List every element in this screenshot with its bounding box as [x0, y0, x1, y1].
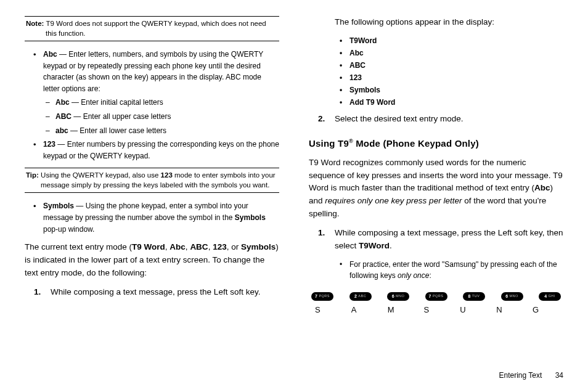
opt-abc: Abc — [348, 47, 563, 59]
phone-key-icon: 4GHI — [539, 292, 561, 301]
letter: S — [315, 304, 337, 316]
letter: G — [533, 304, 555, 316]
current-mode-paragraph: The current text entry mode (T9 Word, Ab… — [25, 241, 279, 280]
abc-sub-2: ABC — Enter all upper case letters — [54, 111, 279, 123]
opt-add: Add T9 Word — [348, 97, 563, 108]
t9-paragraph: T9 Word recognizes commonly used words f… — [309, 157, 563, 221]
key-row: 7PQRS 2ABC 6MNO 7PQRS 8TUV 6MNO 4GHI — [309, 292, 563, 301]
phone-key-icon: 8TUV — [463, 292, 485, 301]
right-steps: While composing a text message, press th… — [309, 227, 563, 281]
manual-page: Note: T9 Word does not support the QWERT… — [0, 0, 588, 392]
opt-123: 123 — [348, 72, 563, 83]
tip-box: Tip: Using the QWERTY keypad, also use 1… — [25, 168, 279, 193]
letter: U — [460, 304, 482, 316]
note-label: Note: — [26, 20, 44, 27]
opt-t9word: T9Word — [348, 35, 563, 46]
symbols-list: Symbols — Using the phone keypad, enter … — [25, 200, 279, 235]
tip-label: Tip: — [26, 171, 39, 179]
opt-sym: Symbols — [348, 84, 563, 96]
section-heading: Using T9® Mode (Phone Keypad Only) — [309, 137, 563, 150]
mode-abc: Abc — Enter letters, numbers, and symbol… — [42, 49, 279, 136]
letter: A — [351, 304, 374, 316]
opt-ABC: ABC — [348, 60, 563, 71]
left-step-1: While composing a text message, press th… — [43, 286, 279, 299]
abc-term: Abc — [43, 50, 57, 59]
phone-key-icon: 7PQRS — [425, 292, 447, 301]
mode-list: Abc — Enter letters, numbers, and symbol… — [25, 49, 279, 161]
page-number: 34 — [555, 371, 563, 380]
left-column: Note: T9 Word does not support the QWERT… — [25, 16, 279, 316]
options-list: T9Word Abc ABC 123 Symbols Add T9 Word — [309, 35, 563, 108]
note-box: Note: T9 Word does not support the QWERT… — [25, 16, 279, 41]
right-steps-cont: Select the desired text entry mode. — [309, 113, 563, 126]
phone-key-icon: 6MNO — [501, 292, 523, 301]
abc-sublist: Abc — Enter initial capital letters ABC … — [43, 97, 279, 136]
right-column: The following options appear in the disp… — [309, 16, 563, 316]
abc-desc: — Enter letters, numbers, and symbols by… — [43, 50, 263, 93]
footer-section: Entering Text — [499, 371, 542, 380]
phone-key-icon: 7PQRS — [311, 292, 333, 301]
options-intro: The following options appear in the disp… — [335, 16, 563, 29]
practice-list: For practice, enter the word "Samsung" b… — [335, 259, 563, 281]
practice-item: For practice, enter the word "Samsung" b… — [348, 259, 563, 281]
abc-sub-3: abc — Enter all lower case letters — [54, 125, 279, 137]
abc-sub-1: Abc — Enter initial capital letters — [54, 97, 279, 108]
n123-desc: — Enter numbers by pressing the correspo… — [43, 140, 279, 160]
footer: Entering Text 34 — [499, 370, 563, 381]
right-step-1: While composing a text message, press th… — [327, 227, 563, 281]
phone-key-icon: 2ABC — [349, 292, 372, 301]
mode-123: 123 — Enter numbers by pressing the corr… — [42, 139, 279, 161]
letter: N — [496, 304, 518, 316]
n123-term: 123 — [43, 140, 55, 149]
left-steps: While composing a text message, press th… — [25, 286, 279, 299]
phone-key-icon: 6MNO — [387, 292, 409, 301]
letter-row: S A M S U N G — [309, 304, 563, 316]
note-text: T9 Word does not support the QWERTY keyp… — [44, 20, 266, 37]
two-columns: Note: T9 Word does not support the QWERT… — [25, 16, 563, 316]
letter: S — [423, 304, 446, 316]
letter: M — [388, 304, 410, 316]
mode-symbols: Symbols — Using the phone keypad, enter … — [42, 200, 279, 235]
right-step-2: Select the desired text entry mode. — [327, 113, 563, 126]
